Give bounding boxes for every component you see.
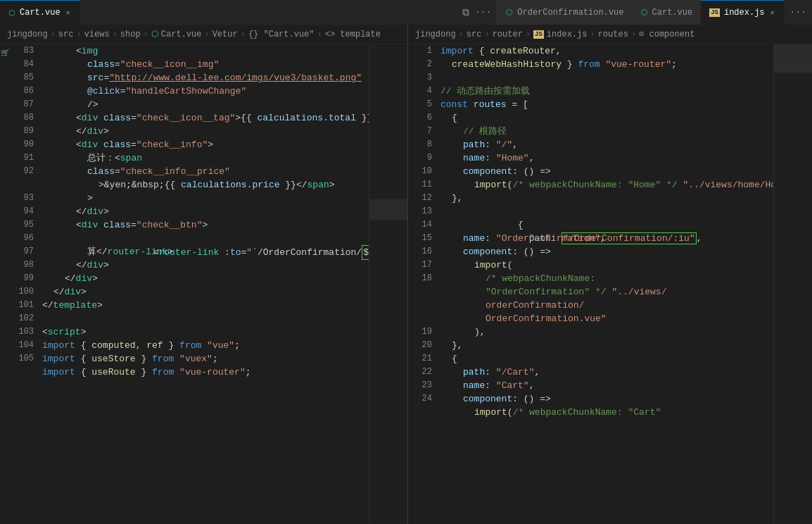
code-line: import { createRouter, xyxy=(440,44,773,58)
code-line: import(/* webpackChunkName: "Cart" xyxy=(440,406,773,419)
code-line: }, xyxy=(440,192,773,205)
code-line xyxy=(440,71,773,85)
overflow-menu-left[interactable]: ··· xyxy=(475,7,491,18)
vue-icon: ⬡ xyxy=(506,8,513,17)
right-breadcrumb: jingdong › src › router › JS index.js › … xyxy=(408,25,812,44)
tab-label: OrderConfirmation.vue xyxy=(517,8,623,18)
tab-index-js[interactable]: JS index.js ✕ xyxy=(701,0,784,25)
code-line-13: { xyxy=(440,205,773,218)
code-line-96: <router-link :to="`/OrderConfirmation/${… xyxy=(42,232,369,245)
code-line: // 根路径 xyxy=(440,125,773,138)
code-line: <img xyxy=(42,44,369,58)
code-line: </div> xyxy=(42,285,369,299)
code-line: </div> xyxy=(42,205,369,218)
left-code-area: 🛒 83 84 85 86 87 88 89 90 91 92 93 94 xyxy=(0,44,407,524)
code-line: "OrderConfirmation" */ "../views/ xyxy=(440,285,773,299)
code-line xyxy=(42,312,369,325)
right-code-content: import { createRouter, createWebHashHist… xyxy=(438,44,773,524)
right-code-area: 1 2 3 4 5 6 7 8 9 10 11 12 13 14 15 16 1 xyxy=(408,44,812,524)
code-line: name: "OrderConfirmation", xyxy=(440,232,773,245)
code-line: import { useRoute } from "vue-router"; xyxy=(42,366,369,379)
code-line: > xyxy=(42,192,369,205)
tab-order-confirmation[interactable]: ⬡ OrderConfirmation.vue xyxy=(497,0,632,25)
code-line: // 动态路由按需加载 xyxy=(440,85,773,98)
gutter-icon-cart: 🛒 xyxy=(1,46,9,59)
right-line-numbers: 1 2 3 4 5 6 7 8 9 10 11 12 13 14 15 16 1 xyxy=(408,44,438,524)
code-line-14: path: "/OrderConfirmation/:iu", xyxy=(440,218,773,232)
code-line: 算</router-link> xyxy=(42,245,369,258)
code-line: component: () => xyxy=(440,165,773,178)
code-line: name: "Home", xyxy=(440,151,773,165)
code-line: @click="handleCartShowChange" xyxy=(42,85,369,98)
code-line: <div class="check__icon__tag">{{ calcula… xyxy=(42,111,369,125)
code-line: orderConfirmation/ xyxy=(440,299,773,312)
left-line-numbers: 83 84 85 86 87 88 89 90 91 92 93 94 95 9… xyxy=(10,44,39,524)
split-editor-icon[interactable]: ⧉ xyxy=(462,7,469,18)
tab-label: Cart.vue xyxy=(652,8,693,18)
code-line: const routes = [ xyxy=(440,98,773,111)
code-line: <script> xyxy=(42,325,369,339)
code-line: import { useStore } from "vuex"; xyxy=(42,352,369,366)
code-line: /* webpackChunkName: xyxy=(440,272,773,285)
code-line: import( xyxy=(440,258,773,272)
tab-close-right[interactable]: ✕ xyxy=(769,8,776,18)
code-line: component: () => xyxy=(440,392,773,406)
code-line: { xyxy=(440,111,773,125)
code-line: </div> xyxy=(42,258,369,272)
tab-label: Cart.vue xyxy=(20,8,61,18)
vue-icon: ⬡ xyxy=(641,8,648,17)
code-line: createWebHashHistory } from "vue-router"… xyxy=(440,58,773,71)
code-line: class="check__info__price" xyxy=(42,165,369,178)
tab-close-left[interactable]: ✕ xyxy=(65,8,72,18)
code-line: import { computed, ref } from "vue"; xyxy=(42,339,369,352)
code-line: <div class="check__info"> xyxy=(42,138,369,151)
vue-icon: ⬡ xyxy=(8,8,15,18)
code-line: path: "/", xyxy=(440,138,773,151)
code-line: class="check__icon__img" xyxy=(42,58,369,71)
code-line: <div class="check__btn"> xyxy=(42,218,369,232)
overflow-menu-right[interactable]: ··· xyxy=(785,7,812,18)
code-line: OrderConfirmation.vue" xyxy=(440,312,773,325)
tab-cart-vue-right[interactable]: ⬡ Cart.vue xyxy=(633,0,702,25)
code-line: </div> xyxy=(42,272,369,285)
code-line: name: "Cart", xyxy=(440,379,773,392)
code-line: component: () => xyxy=(440,245,773,258)
code-line: </template> xyxy=(42,299,369,312)
code-line: /> xyxy=(42,98,369,111)
code-line: src="http://www.dell-lee.com/imgs/vue3/b… xyxy=(42,71,369,85)
left-gutter: 🛒 xyxy=(0,44,10,524)
code-line: >&yen;&nbsp;{{ calculations.price }}</sp… xyxy=(42,178,369,192)
code-line: 总计：<span xyxy=(42,151,369,165)
left-code-content: <img class="check__icon__img" src="http:… xyxy=(39,44,369,524)
code-line: }, xyxy=(440,339,773,352)
tab-cart-vue-left[interactable]: ⬡ Cart.vue ✕ xyxy=(0,0,80,25)
tab-label: index.js xyxy=(724,8,765,18)
code-line: import(/* webpackChunkName: "Home" */ ".… xyxy=(440,178,773,192)
code-line: </div> xyxy=(42,125,369,138)
js-icon: JS xyxy=(709,8,720,17)
code-line: path: "/Cart", xyxy=(440,366,773,379)
code-line: { xyxy=(440,352,773,366)
code-line: ), xyxy=(440,325,773,339)
left-breadcrumb: jingdong › src › views › shop › ⬡ Cart.v… xyxy=(0,25,407,44)
